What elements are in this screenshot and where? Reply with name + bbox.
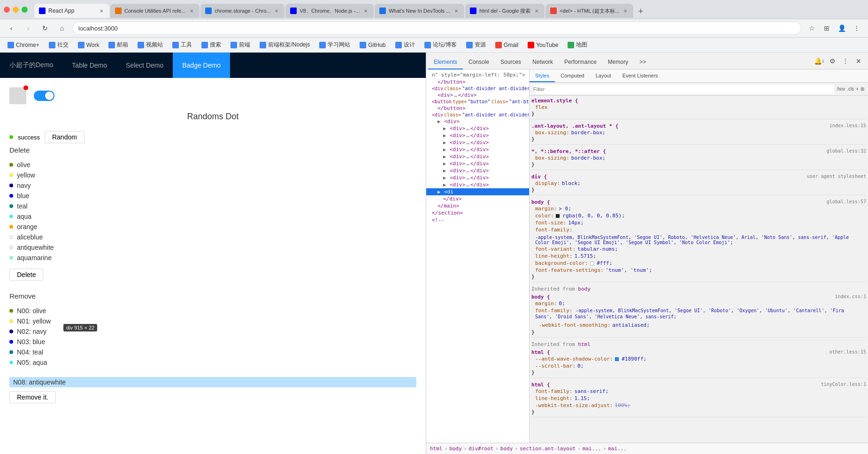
- styles-filter-input[interactable]: [533, 85, 834, 94]
- bookmark-resources[interactable]: 资源: [462, 40, 490, 50]
- html-line[interactable]: <div class="ant-divider ant-divider-hori…: [426, 85, 529, 92]
- html-line-selected[interactable]: ▶ <di: [426, 188, 529, 195]
- profile-icon[interactable]: 👤: [835, 22, 848, 35]
- bookmark-github[interactable]: GitHub: [356, 41, 389, 49]
- close-button[interactable]: [4, 7, 10, 13]
- tab-close-icon[interactable]: ✕: [362, 8, 369, 14]
- filter-hov[interactable]: :hov: [836, 86, 845, 92]
- event-listeners-tab[interactable]: Event Listeners: [617, 69, 664, 82]
- tab-v8[interactable]: V8、Chrome、Node.js -... ✕: [285, 4, 374, 18]
- breadcrumb-main2[interactable]: mai...: [608, 446, 627, 452]
- devtools-settings-icon[interactable]: ⚙: [827, 55, 838, 67]
- html-line[interactable]: ▶<div>…</div>: [426, 167, 529, 174]
- bookmark-design[interactable]: 设计: [392, 40, 419, 50]
- tab-close-icon[interactable]: ✕: [188, 8, 195, 14]
- breadcrumb-body[interactable]: body: [449, 446, 462, 452]
- html-line[interactable]: </button>: [426, 105, 529, 112]
- html-line[interactable]: ▶<div>…</div>: [426, 146, 529, 153]
- html-line[interactable]: ▶<div>…</div>: [426, 139, 529, 146]
- tab-react-app[interactable]: React App ✕: [34, 4, 109, 18]
- html-line[interactable]: </button>: [426, 78, 529, 85]
- dt-tab-memory[interactable]: Memory: [602, 55, 634, 69]
- tab-google[interactable]: html del - Google 搜索 ✕: [465, 4, 545, 18]
- home-button[interactable]: ⌂: [55, 22, 69, 35]
- tab-console[interactable]: Console Utilities API refe... ✕: [110, 4, 200, 18]
- html-line[interactable]: <div>…</div>: [426, 92, 529, 99]
- bookmark-search[interactable]: 搜索: [198, 40, 225, 50]
- devtools-notification-icon[interactable]: 🔔1: [814, 55, 825, 67]
- dt-more-tabs[interactable]: >>: [634, 55, 652, 69]
- forward-button[interactable]: ›: [22, 22, 35, 35]
- minimize-button[interactable]: [13, 7, 19, 13]
- bookmark-social[interactable]: 社交: [45, 40, 72, 50]
- bookmark-youtube[interactable]: YouTube: [524, 41, 562, 49]
- reload-button[interactable]: ↻: [38, 22, 52, 35]
- html-line[interactable]: <div class="ant-divider ant-divider-hori…: [426, 112, 529, 118]
- breadcrumb-main1[interactable]: mai...: [583, 446, 601, 452]
- bookmark-learning[interactable]: 学习网站: [315, 40, 354, 50]
- toggle-switch[interactable]: [34, 91, 54, 101]
- tab-del-html[interactable]: <del> - HTML (超文本标... ✕: [545, 4, 633, 18]
- tab-close-icon[interactable]: ✕: [533, 8, 540, 14]
- computed-tab[interactable]: Computed: [555, 69, 590, 82]
- random-button[interactable]: Random: [45, 131, 84, 143]
- bookmark-mail[interactable]: 邮箱: [105, 40, 132, 50]
- bookmark-chrome-plus[interactable]: Chrome+: [4, 41, 43, 49]
- bookmark-forum[interactable]: 论坛/博客: [421, 40, 461, 50]
- nav-select[interactable]: Select Demo: [116, 53, 173, 78]
- html-line[interactable]: </section>: [426, 209, 529, 216]
- nav-xiaochao[interactable]: 小超子的Demo: [0, 53, 62, 78]
- dt-tab-sources[interactable]: Sources: [495, 55, 527, 69]
- bookmark-video[interactable]: 视频站: [134, 40, 167, 50]
- breadcrumb-html[interactable]: html: [430, 446, 443, 452]
- nav-table[interactable]: Table Demo: [62, 53, 116, 78]
- bookmark-tools[interactable]: 工具: [169, 40, 196, 50]
- extensions-puzzle-icon[interactable]: ⊞: [820, 22, 833, 35]
- html-line[interactable]: ▶<div>: [426, 118, 529, 125]
- bookmark-work[interactable]: Work: [74, 41, 103, 49]
- html-line[interactable]: ▶<div>…</div>: [426, 125, 529, 132]
- dt-tab-network[interactable]: Network: [527, 55, 559, 69]
- color-swatch[interactable]: [556, 214, 560, 218]
- devtools-close-icon[interactable]: ✕: [853, 55, 864, 67]
- html-line[interactable]: n" style="margin-left: 50px;">: [426, 71, 529, 78]
- filter-cls[interactable]: .cls: [847, 86, 854, 92]
- tab-close-icon[interactable]: ✕: [622, 8, 629, 14]
- html-line[interactable]: <button type="button" class="ant-bt n" s…: [426, 99, 529, 105]
- tab-close-icon[interactable]: ✕: [453, 8, 460, 14]
- html-line[interactable]: ▶<div>…</div>: [426, 153, 529, 160]
- menu-icon[interactable]: ⋮: [850, 22, 863, 35]
- layout-tab[interactable]: Layout: [590, 69, 617, 82]
- html-line[interactable]: ▶<div>…</div>: [426, 181, 529, 188]
- color-swatch[interactable]: [615, 357, 619, 361]
- styles-tab[interactable]: Styles: [530, 69, 555, 82]
- tab-close-icon[interactable]: ✕: [273, 8, 280, 14]
- dt-tab-console[interactable]: Console: [463, 55, 495, 69]
- bookmark-gmail[interactable]: Gmail: [492, 41, 522, 49]
- bookmark-frontend[interactable]: 前端: [227, 40, 254, 50]
- color-swatch[interactable]: [590, 262, 594, 265]
- dt-tab-performance[interactable]: Performance: [559, 55, 602, 69]
- bookmark-star-icon[interactable]: ☆: [805, 22, 818, 35]
- html-line[interactable]: </div>: [426, 195, 529, 202]
- nav-badge[interactable]: Badge Demo: [173, 53, 230, 78]
- filter-expand[interactable]: ⊞: [860, 86, 864, 92]
- bookmark-frameworks[interactable]: 前端框架/Nodejs: [256, 40, 314, 50]
- breadcrumb-div-root[interactable]: div#root: [469, 446, 493, 452]
- filter-add[interactable]: +: [856, 86, 859, 92]
- devtools-more-icon[interactable]: ⋮: [840, 55, 851, 67]
- url-input[interactable]: localhost:3000: [72, 22, 801, 35]
- delete-button[interactable]: Delete: [9, 269, 43, 281]
- html-line[interactable]: ▶<div>…</div>: [426, 132, 529, 139]
- breadcrumb-body2[interactable]: body: [500, 446, 513, 452]
- new-tab-button[interactable]: +: [634, 5, 647, 18]
- html-line[interactable]: </main>: [426, 202, 529, 209]
- html-line[interactable]: <!--: [426, 216, 529, 223]
- remove-button[interactable]: Remove it.: [9, 391, 56, 403]
- html-line[interactable]: ▶<div>…</div>: [426, 174, 529, 181]
- bookmark-maps[interactable]: 地图: [564, 40, 591, 50]
- tab-close-icon[interactable]: ✕: [98, 8, 105, 14]
- breadcrumb-section[interactable]: section.ant-layout: [520, 446, 576, 452]
- tab-chrome-storage[interactable]: chrome.storage - Chro... ✕: [200, 4, 284, 18]
- tab-devtools[interactable]: What's New In DevTools ... ✕: [375, 4, 464, 18]
